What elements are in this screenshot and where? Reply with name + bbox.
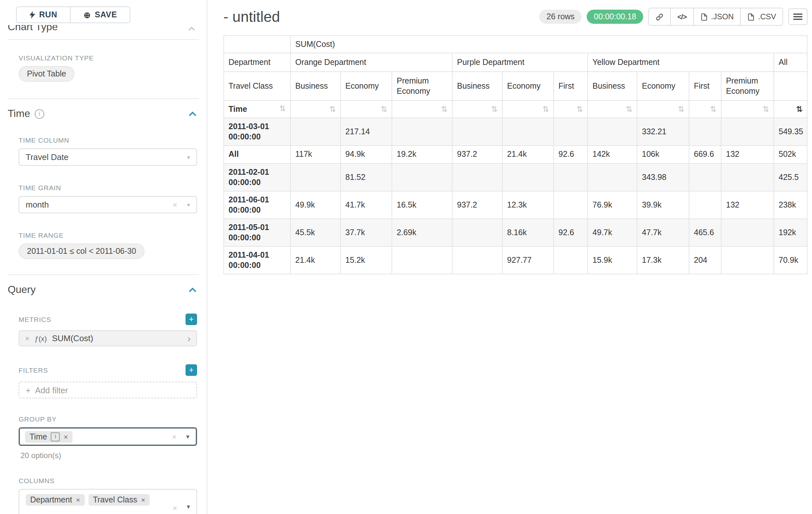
menu-icon <box>793 13 802 21</box>
share-link-button[interactable] <box>649 8 670 25</box>
viz-type-pill[interactable]: Pivot Table <box>19 66 75 82</box>
sort-icon[interactable]: ⇅ <box>491 105 497 114</box>
chart-panel: - untitled 26 rows 00:00:00.18 </> <box>207 0 812 514</box>
sort-header-cell[interactable]: ⇅ <box>502 101 554 118</box>
file-icon <box>700 12 708 21</box>
sort-icon[interactable]: ⇅ <box>576 105 583 114</box>
cell-value <box>452 219 502 246</box>
clear-icon[interactable]: × <box>173 504 177 513</box>
cell-value <box>392 246 452 274</box>
sort-header-cell[interactable]: ⇅ <box>341 101 392 118</box>
time-grain-label: TIME GRAIN <box>19 184 207 191</box>
sort-icon[interactable]: ⇅ <box>626 105 632 114</box>
remove-chip-icon[interactable]: × <box>76 496 80 504</box>
sort-icon[interactable]: ⇅ <box>279 104 286 113</box>
sort-header-cell[interactable]: ⇅ <box>392 101 452 118</box>
columns-select[interactable]: Department × Travel Class × × ▾ <box>19 489 197 514</box>
cell-value: 19.2k <box>392 145 452 164</box>
cell-value: 106k <box>637 145 689 164</box>
remove-metric-icon[interactable]: × <box>25 334 30 343</box>
export-button-group: </> .JSON .CSV <box>648 8 783 26</box>
caret-down-icon[interactable]: ▾ <box>186 433 190 440</box>
cell-value: 8.16k <box>502 219 554 246</box>
sort-header-cell[interactable]: ⇅ <box>689 101 721 118</box>
chevron-right-icon[interactable]: › <box>187 333 191 343</box>
filters-label: FILTERS <box>19 366 48 374</box>
save-button[interactable]: ⊕ SAVE <box>70 7 130 23</box>
json-label: .JSON <box>711 12 734 21</box>
sort-icon[interactable]: ⇅ <box>329 105 336 114</box>
time-section-header[interactable]: Time i <box>8 108 196 119</box>
bolt-icon <box>30 11 35 19</box>
corner-cell <box>224 36 290 53</box>
cell-value <box>721 118 774 145</box>
link-icon <box>656 12 664 21</box>
sort-desc-icon[interactable]: ⇅ <box>796 105 802 114</box>
cell-value: 92.6 <box>554 219 588 246</box>
run-button[interactable]: RUN <box>17 7 70 23</box>
time-range-pill[interactable]: 2011-01-01 ≤ col < 2011-06-30 <box>19 244 144 259</box>
cell-value: 142k <box>588 145 637 164</box>
sort-icon[interactable]: ⇅ <box>381 105 387 114</box>
table-row: 2011-02-01 00:00:0081.52343.98425.5 <box>224 164 807 191</box>
export-csv-button[interactable]: .CSV <box>740 8 782 25</box>
chevron-up-icon[interactable] <box>189 287 196 292</box>
export-json-button[interactable]: .JSON <box>693 8 740 25</box>
group-by-chip[interactable]: Time i × <box>25 431 72 442</box>
more-options-button[interactable] <box>788 8 808 25</box>
columns-chip[interactable]: Travel Class × <box>89 494 150 506</box>
info-icon: i <box>51 432 60 441</box>
group-by-select[interactable]: Time i × × ▾ <box>19 427 197 446</box>
add-filter-button[interactable]: + Add filter <box>19 382 197 398</box>
row-label: 2011-04-01 00:00:00 <box>224 246 290 274</box>
page-title: - untitled <box>223 8 280 25</box>
department-group-header: Orange Department <box>290 53 452 72</box>
add-filter-plus-button[interactable]: + <box>185 364 197 376</box>
cell-value: 76.9k <box>588 191 637 219</box>
sort-icon[interactable]: ⇅ <box>762 105 769 114</box>
query-section-header[interactable]: Query <box>8 284 196 296</box>
view-query-button[interactable]: </> <box>670 8 693 25</box>
clear-icon[interactable]: × <box>173 200 177 209</box>
chevron-up-icon[interactable] <box>188 26 195 31</box>
class-header: First <box>554 72 588 101</box>
metric-chip[interactable]: × ƒ(x) SUM(Cost) › <box>19 330 197 346</box>
table-row: 2011-05-01 00:00:0045.5k37.7k2.69k8.16k9… <box>224 219 807 246</box>
chip-label: Time <box>30 432 47 441</box>
chart-type-section-header[interactable]: Chart Type <box>8 25 196 35</box>
chevron-up-icon[interactable] <box>189 111 196 116</box>
time-column-select[interactable]: Travel Date ▾ <box>19 148 197 166</box>
remove-chip-icon[interactable]: × <box>64 433 68 440</box>
time-column-label: TIME COLUMN <box>19 136 207 144</box>
cell-value: 47.7k <box>637 219 689 246</box>
time-grain-select[interactable]: month × ▾ <box>19 196 197 213</box>
columns-chip[interactable]: Department × <box>26 494 85 506</box>
viz-type-label: VISUALIZATION TYPE <box>19 54 207 62</box>
row-axis-label: Travel Class <box>224 72 290 101</box>
caret-down-icon[interactable]: ▾ <box>187 154 190 160</box>
sort-header-cell[interactable]: ⇅ <box>588 101 637 118</box>
clear-icon[interactable]: × <box>172 432 176 441</box>
sort-icon[interactable]: ⇅ <box>710 105 716 114</box>
class-header <box>774 72 807 101</box>
remove-chip-icon[interactable]: × <box>141 496 145 504</box>
cell-value: 937.2 <box>452 191 502 219</box>
add-metric-button[interactable]: + <box>185 314 197 325</box>
csv-label: .CSV <box>758 12 776 21</box>
sort-header-cell[interactable]: ⇅ <box>774 101 807 118</box>
cell-value <box>721 219 774 246</box>
sort-header-cell[interactable]: ⇅ <box>290 101 341 118</box>
cell-value: 70.9k <box>774 246 807 274</box>
sort-header-cell[interactable]: ⇅ <box>721 101 774 118</box>
toolbar: RUN ⊕ SAVE <box>16 6 207 23</box>
sort-header-cell[interactable]: ⇅ <box>554 101 588 118</box>
caret-down-icon[interactable]: ▾ <box>187 201 190 208</box>
sort-header-cell[interactable]: ⇅ <box>637 101 689 118</box>
time-row-header[interactable]: ⇅ Time <box>224 101 290 118</box>
caret-down-icon[interactable]: ▾ <box>187 503 190 510</box>
sort-header-cell[interactable]: ⇅ <box>452 101 502 118</box>
sort-icon[interactable]: ⇅ <box>678 105 684 114</box>
divider <box>8 274 199 275</box>
sort-icon[interactable]: ⇅ <box>441 105 447 114</box>
sort-icon[interactable]: ⇅ <box>543 105 549 114</box>
